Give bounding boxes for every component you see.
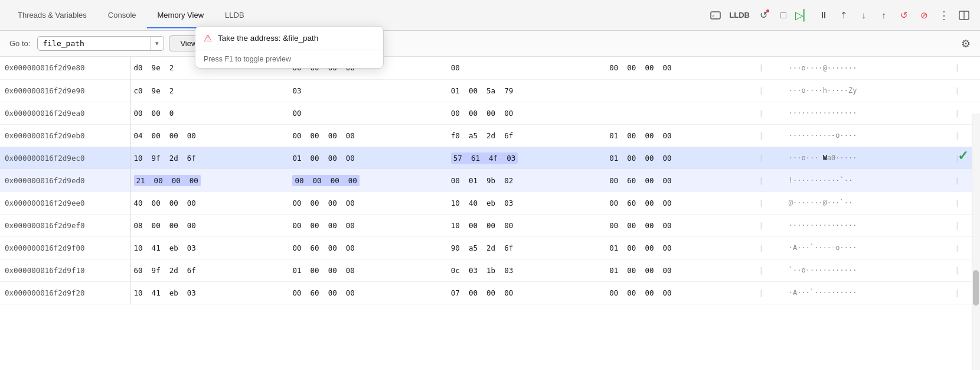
divider: | [754,192,783,214]
hex-cell [606,102,754,124]
address-cell: 0x000000016f2d9e80 [0,57,130,79]
scrollbar[interactable] [972,113,980,370]
tab-lldb[interactable]: LLDB [214,2,255,28]
address-cell: 0x000000016f2d9ea0 [0,102,130,124]
divider: | [754,259,783,281]
hex-cell: 10 00 00 00 [447,214,606,236]
ascii-cell: @·······@···`·· [784,192,950,214]
hex-cell: 04 00 00 00 [130,124,289,147]
step-over-icon[interactable]: ⇡ [835,7,852,24]
divider: | [950,79,980,102]
memory-table: 0x000000016f2d9e80 d0 9e 2 00 00 00 00 0… [0,57,980,304]
goto-label: Go to: [9,39,30,48]
ascii-cell: ··········-o···· [784,124,950,147]
table-row: 0x000000016f2d9ee0 40 00 00 00 00 00 00 … [0,192,980,214]
ascii-cell: ················ [784,102,950,124]
hex-cell: 60 9f 2d 6f [130,259,289,281]
tab-bar: Threads & Variables Console Memory View … [0,0,980,31]
memory-table-wrapper: 0x000000016f2d9e80 d0 9e 2 00 00 00 00 0… [0,57,980,370]
hex-cell: 40 00 00 00 [130,192,289,214]
table-row: 0x000000016f2d9ea0 00 00 0 00 00 00 00 0… [0,102,980,124]
address-cell: 0x000000016f2d9ec0 [0,147,130,169]
tab-console[interactable]: Console [97,2,147,28]
scrollbar-thumb[interactable] [973,270,979,306]
hex-cell: 07 00 00 00 [447,281,606,304]
step-out-icon[interactable]: ↑ [875,7,893,24]
hex-cell: 00 00 0 [130,102,289,124]
table-row: 0x000000016f2d9e90 c0 9e 2 03 01 00 5a 7… [0,79,980,102]
stop-debug-icon[interactable]: ⊘ [915,7,933,24]
pause-icon[interactable]: ⏸ [815,7,832,24]
more-options-icon[interactable]: ⋮ [935,7,953,24]
step-into-icon[interactable]: ↓ [855,7,873,24]
table-row: 0x000000016f2d9f20 10 41 eb 03 00 60 00 … [0,281,980,304]
address-cell: 0x000000016f2d9f00 [0,236,130,259]
hex-cell: c0 9e 2 [130,79,289,102]
hex-cell: f0 a5 2d 6f [447,124,606,147]
hex-cell: 90 a5 2d 6f [447,236,606,259]
stop-icon[interactable]: □ [775,7,792,24]
address-cell: 0x000000016f2d9eb0 [0,124,130,147]
dropdown-take-address[interactable]: ⚠ Take the address: &file_path [195,27,383,50]
panel-icon[interactable] [955,7,973,24]
divider: | [754,102,783,124]
hex-cell: 01 00 00 00 [606,236,754,259]
dropdown-main-text: Take the address: &file_path [218,34,318,43]
hex-cell: 00 00 00 00 [289,169,447,192]
divider: | [754,124,783,147]
ascii-cell: ···o····@······· [784,57,950,79]
tab-threads-variables[interactable]: Threads & Variables [7,2,97,28]
hex-cell: 01 00 00 00 [606,259,754,281]
address-cell: 0x000000016f2d9ef0 [0,214,130,236]
continue-icon[interactable]: ▷▏ [795,7,812,24]
hex-cell: 00 00 00 00 [606,214,754,236]
ascii-cell: ·A···`·········· [784,281,950,304]
controls-row: Go to: ▾ View ⚠ Not a pointer Take the a… [0,31,980,57]
divider: | [950,57,980,79]
hex-cell: 00 [289,102,447,124]
hex-cell: 00 00 00 00 [289,214,447,236]
table-row: 0x000000016f2d9f00 10 41 eb 03 00 60 00 … [0,236,980,259]
divider: | [754,214,783,236]
ascii-cell: !···········`·· [784,169,950,192]
hex-cell: 00 60 00 00 [289,281,447,304]
hex-cell: 01 00 00 00 [606,124,754,147]
disconnect-icon[interactable]: ↺ [895,7,913,24]
table-row: 0x000000016f2d9e80 d0 9e 2 00 00 00 00 0… [0,57,980,79]
refresh-icon[interactable]: ↺ [754,7,772,24]
settings-icon[interactable]: ⚙ [961,37,971,50]
table-row: 0x000000016f2d9ef0 08 00 00 00 00 00 00 … [0,214,980,236]
hex-cell: 21 00 00 00 [130,169,289,192]
terminal-icon[interactable]: >_ [707,7,724,24]
goto-chevron[interactable]: ▾ [150,37,164,50]
tab-memory-view[interactable]: Memory View [147,2,215,28]
goto-input[interactable] [38,37,150,50]
hex-cell: 00 60 00 00 [289,236,447,259]
ascii-cell: `··o············ [784,259,950,281]
ascii-cell: ···o··· Wa0····· [784,147,950,169]
checkmark-icon: ✓ [958,148,968,164]
ascii-cell: ···o····h·····Zy [784,79,950,102]
divider: | [754,281,783,304]
hex-cell: 10 41 eb 03 [130,236,289,259]
table-row: 0x000000016f2d9ed0 21 00 00 00 00 00 00 … [0,169,980,192]
hex-cell: 00 00 00 00 [606,57,754,79]
hex-cell: 01 00 00 00 [289,259,447,281]
address-cell: 0x000000016f2d9f20 [0,281,130,304]
hex-cell: 10 40 eb 03 [447,192,606,214]
divider: | [754,147,783,169]
hex-cell: 10 9f 2d 6f [130,147,289,169]
address-cell: 0x000000016f2d9ee0 [0,192,130,214]
divider: | [754,57,783,79]
address-cell: 0x000000016f2d9f10 [0,259,130,281]
hex-cell: 00 00 00 00 [447,102,606,124]
hex-cell: 00 00 00 00 [289,192,447,214]
hex-cell: 00 [447,57,606,79]
address-cell: 0x000000016f2d9e90 [0,79,130,102]
hex-cell: 00 60 00 00 [606,169,754,192]
hex-cell: 00 00 00 00 [606,281,754,304]
toolbar-icons: >_ LLDB ↺ □ ▷▏ ⏸ ⇡ ↓ ↑ ↺ ⊘ ⋮ [707,7,973,24]
hex-cell: 00 00 00 00 [289,124,447,147]
table-row: 0x000000016f2d9f10 60 9f 2d 6f 01 00 00 … [0,259,980,281]
hex-cell: 01 00 00 00 [289,147,447,169]
